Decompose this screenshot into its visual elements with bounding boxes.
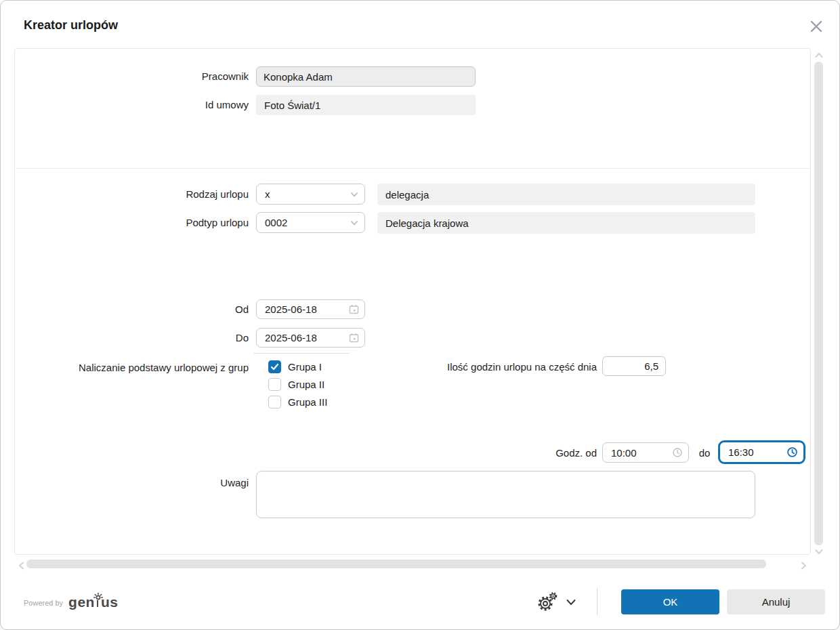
clock-icon[interactable] xyxy=(786,446,798,458)
podtyp-urlopu-dropdown[interactable]: 0002 xyxy=(256,212,365,233)
scroll-down-icon[interactable] xyxy=(815,547,823,559)
godz-od-value: 10:00 xyxy=(611,447,672,459)
page-title: Kreator urlopów xyxy=(24,18,118,33)
check-icon xyxy=(270,362,279,371)
podtyp-urlopu-description: Delegacja krajowa xyxy=(377,212,755,234)
close-button[interactable] xyxy=(807,18,826,37)
od-date-value: 2025-06-18 xyxy=(265,303,349,315)
id-umowy-label: Id umowy xyxy=(41,98,249,112)
rodzaj-urlopu-description: delegacja xyxy=(377,184,755,205)
powered-by-logo: Powered by gen us xyxy=(24,591,118,610)
rodzaj-urlopu-value: x xyxy=(265,188,350,200)
grupa-checkbox-1[interactable] xyxy=(268,360,281,373)
podtyp-urlopu-label: Podtyp urlopu xyxy=(41,216,249,230)
id-umowy-field: Foto Świat/1 xyxy=(256,95,476,115)
uwagi-textarea[interactable] xyxy=(256,471,755,518)
godz-od-time-input[interactable]: 10:00 xyxy=(602,442,689,463)
od-label: Od xyxy=(41,303,249,316)
pracownik-input[interactable] xyxy=(256,66,476,87)
od-date-input[interactable]: 2025-06-18 xyxy=(256,299,365,319)
grupy-label: Naliczanie podstawy urlopowej z grup xyxy=(28,361,249,374)
pracownik-label: Pracownik xyxy=(41,70,249,83)
grupa-checkbox-label: Grupa I xyxy=(288,361,322,373)
ilosc-godzin-input[interactable] xyxy=(602,356,666,376)
grupa-i-row: Grupa I xyxy=(268,360,322,373)
section-divider xyxy=(16,168,810,169)
chevron-down-icon xyxy=(350,218,359,228)
powered-by-text: Powered by xyxy=(24,599,63,610)
grupa-checkbox-label: Grupa III xyxy=(288,396,327,408)
godz-do-time-input[interactable]: 16:30 xyxy=(718,440,805,464)
vertical-scrollbar-thumb[interactable] xyxy=(814,62,823,545)
do-label: Do xyxy=(41,331,249,345)
grupa-checkbox-3[interactable] xyxy=(268,396,281,408)
close-icon xyxy=(809,19,824,37)
gear-icon xyxy=(537,591,559,614)
grupa-iii-row: Grupa III xyxy=(268,396,327,408)
grupa-checkbox-label: Grupa II xyxy=(288,379,324,390)
rodzaj-urlopu-dropdown[interactable]: x xyxy=(256,184,365,205)
grupa-checkbox-2[interactable] xyxy=(268,378,281,391)
chevron-down-icon xyxy=(566,597,576,609)
ilosc-godzin-label: Ilość godzin urlopu na część dnia xyxy=(380,360,597,373)
mini-divider xyxy=(253,353,350,354)
brand-text-gen: gen xyxy=(68,594,95,610)
cancel-button[interactable]: Anuluj xyxy=(727,589,825,614)
horizontal-scrollbar-thumb[interactable] xyxy=(26,560,766,568)
settings-menu-button[interactable] xyxy=(537,591,576,614)
godz-od-label: Godz. od xyxy=(502,446,597,460)
kreator-urlopow-dialog: Kreator urlopów Pracownik Id umowy Foto … xyxy=(0,0,840,630)
rodzaj-urlopu-label: Rodzaj urlopu xyxy=(41,188,249,201)
scroll-right-icon[interactable] xyxy=(799,560,808,572)
godz-do-value: 16:30 xyxy=(728,446,786,458)
calendar-icon[interactable] xyxy=(349,304,359,314)
ok-button[interactable]: OK xyxy=(621,589,719,614)
chevron-down-icon xyxy=(350,190,359,199)
do-date-value: 2025-06-18 xyxy=(265,332,349,343)
calendar-icon[interactable] xyxy=(349,333,359,343)
genius-brand: gen us xyxy=(68,591,118,610)
godz-do-label: do xyxy=(696,446,713,460)
grupa-ii-row: Grupa II xyxy=(268,378,324,391)
footer-divider xyxy=(597,588,597,615)
podtyp-urlopu-value: 0002 xyxy=(265,217,350,228)
uwagi-label: Uwagi xyxy=(163,476,249,489)
scroll-left-icon[interactable] xyxy=(17,560,26,572)
do-date-input[interactable]: 2025-06-18 xyxy=(256,328,365,348)
genius-sun-icon xyxy=(95,591,101,610)
clock-icon[interactable] xyxy=(672,447,683,458)
